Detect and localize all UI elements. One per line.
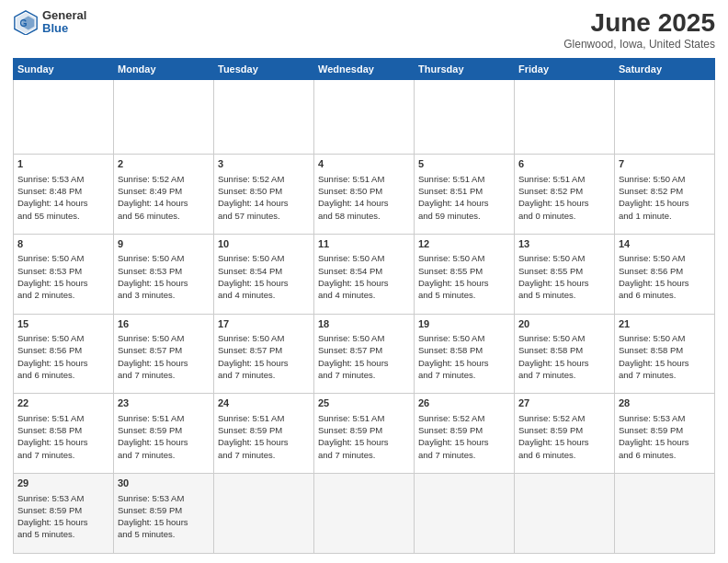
day-info: Daylight: 15 hours: [118, 357, 210, 369]
day-info: and 5 minutes.: [418, 289, 510, 301]
header-wednesday: Wednesday: [314, 58, 415, 79]
day-info: Daylight: 15 hours: [518, 277, 610, 289]
calendar-cell: 23Sunrise: 5:51 AMSunset: 8:59 PMDayligh…: [114, 394, 214, 474]
location: Glenwood, Iowa, United States: [563, 38, 715, 51]
day-info: Sunrise: 5:50 AM: [17, 332, 109, 344]
day-info: Daylight: 15 hours: [518, 436, 610, 448]
calendar-cell: [14, 79, 114, 155]
day-number: 22: [17, 396, 109, 410]
calendar-cell: [114, 79, 214, 155]
calendar-cell: [214, 474, 314, 554]
day-number: 15: [17, 317, 109, 331]
header-thursday: Thursday: [415, 58, 515, 79]
calendar-week-row: 8Sunrise: 5:50 AMSunset: 8:53 PMDaylight…: [14, 235, 715, 315]
day-info: Sunset: 8:57 PM: [218, 344, 310, 356]
day-info: and 7 minutes.: [318, 449, 410, 461]
day-info: Daylight: 15 hours: [619, 277, 711, 289]
day-number: 1: [17, 157, 109, 171]
logo-icon: G: [13, 9, 39, 35]
day-number: 18: [318, 317, 410, 331]
calendar-cell: [515, 474, 615, 554]
day-info: Daylight: 15 hours: [619, 197, 711, 209]
calendar-cell: 11Sunrise: 5:50 AMSunset: 8:54 PMDayligh…: [314, 235, 415, 315]
calendar-cell: 18Sunrise: 5:50 AMSunset: 8:57 PMDayligh…: [314, 314, 415, 394]
day-number: 12: [418, 237, 510, 251]
day-info: Daylight: 15 hours: [518, 357, 610, 369]
day-info: Daylight: 14 hours: [118, 197, 210, 209]
day-info: Sunrise: 5:50 AM: [418, 252, 510, 264]
day-info: Sunset: 8:56 PM: [619, 265, 711, 277]
calendar-cell: 27Sunrise: 5:52 AMSunset: 8:59 PMDayligh…: [515, 394, 615, 474]
day-info: Daylight: 15 hours: [418, 357, 510, 369]
day-info: Sunrise: 5:51 AM: [318, 412, 410, 424]
calendar-week-row: 1Sunrise: 5:53 AMSunset: 8:48 PMDaylight…: [14, 155, 715, 235]
calendar-cell: [415, 474, 515, 554]
day-info: Daylight: 15 hours: [418, 436, 510, 448]
calendar-cell: [214, 79, 314, 155]
day-number: 4: [318, 157, 410, 171]
calendar-cell: 15Sunrise: 5:50 AMSunset: 8:56 PMDayligh…: [14, 314, 114, 394]
calendar-cell: 29Sunrise: 5:53 AMSunset: 8:59 PMDayligh…: [14, 474, 114, 554]
day-info: Sunset: 8:49 PM: [118, 185, 210, 197]
day-info: Sunrise: 5:51 AM: [418, 173, 510, 185]
day-info: and 5 minutes.: [518, 289, 610, 301]
day-info: Sunset: 8:55 PM: [418, 265, 510, 277]
day-info: Sunrise: 5:50 AM: [17, 252, 109, 264]
calendar-cell: 13Sunrise: 5:50 AMSunset: 8:55 PMDayligh…: [515, 235, 615, 315]
day-info: Sunrise: 5:51 AM: [318, 173, 410, 185]
calendar-week-row: 15Sunrise: 5:50 AMSunset: 8:56 PMDayligh…: [14, 314, 715, 394]
day-info: Sunset: 8:52 PM: [619, 185, 711, 197]
day-info: and 59 minutes.: [418, 210, 510, 222]
calendar-cell: 21Sunrise: 5:50 AMSunset: 8:58 PMDayligh…: [615, 314, 715, 394]
calendar-week-row: [14, 79, 715, 155]
day-info: and 7 minutes.: [318, 369, 410, 381]
day-number: 9: [118, 237, 210, 251]
day-info: Daylight: 15 hours: [218, 277, 310, 289]
day-info: and 4 minutes.: [218, 289, 310, 301]
day-number: 2: [118, 157, 210, 171]
day-number: 28: [619, 396, 711, 410]
day-info: Daylight: 14 hours: [318, 197, 410, 209]
day-info: Sunrise: 5:53 AM: [619, 412, 711, 424]
day-number: 13: [518, 237, 610, 251]
day-info: and 5 minutes.: [118, 528, 210, 540]
day-info: Sunset: 8:54 PM: [318, 265, 410, 277]
calendar-cell: 1Sunrise: 5:53 AMSunset: 8:48 PMDaylight…: [14, 155, 114, 235]
day-info: Sunrise: 5:50 AM: [318, 252, 410, 264]
calendar-cell: 20Sunrise: 5:50 AMSunset: 8:58 PMDayligh…: [515, 314, 615, 394]
header: G General Blue June 2025 Glenwood, Iowa,…: [13, 9, 715, 51]
day-info: Daylight: 15 hours: [318, 357, 410, 369]
day-number: 19: [418, 317, 510, 331]
calendar-cell: 6Sunrise: 5:51 AMSunset: 8:52 PMDaylight…: [515, 155, 615, 235]
day-number: 30: [118, 477, 210, 490]
day-info: Sunset: 8:58 PM: [418, 344, 510, 356]
title-area: June 2025 Glenwood, Iowa, United States: [563, 9, 715, 51]
day-info: Sunset: 8:59 PM: [318, 424, 410, 436]
calendar-cell: [314, 474, 415, 554]
day-info: Daylight: 14 hours: [17, 197, 109, 209]
calendar-cell: 2Sunrise: 5:52 AMSunset: 8:49 PMDaylight…: [114, 155, 214, 235]
day-info: and 6 minutes.: [17, 369, 109, 381]
day-number: 3: [218, 157, 310, 171]
day-info: and 7 minutes.: [619, 369, 711, 381]
day-info: Sunset: 8:50 PM: [218, 185, 310, 197]
day-info: Sunrise: 5:51 AM: [518, 173, 610, 185]
day-info: Sunrise: 5:51 AM: [118, 412, 210, 424]
day-number: 7: [619, 157, 711, 171]
day-info: Sunrise: 5:52 AM: [518, 412, 610, 424]
day-info: and 57 minutes.: [218, 210, 310, 222]
day-info: and 4 minutes.: [318, 289, 410, 301]
day-info: and 6 minutes.: [619, 289, 711, 301]
day-info: Sunset: 8:56 PM: [17, 344, 109, 356]
day-info: and 3 minutes.: [118, 289, 210, 301]
calendar-cell: 30Sunrise: 5:53 AMSunset: 8:59 PMDayligh…: [114, 474, 214, 554]
day-info: and 6 minutes.: [518, 449, 610, 461]
day-info: and 6 minutes.: [619, 449, 711, 461]
day-info: Sunset: 8:59 PM: [118, 424, 210, 436]
logo-blue-text: Blue: [42, 22, 86, 35]
day-info: and 1 minute.: [619, 210, 711, 222]
logo-text: General Blue: [42, 9, 86, 36]
day-info: Daylight: 15 hours: [218, 436, 310, 448]
day-info: Daylight: 15 hours: [118, 277, 210, 289]
day-info: Sunrise: 5:53 AM: [17, 173, 109, 185]
